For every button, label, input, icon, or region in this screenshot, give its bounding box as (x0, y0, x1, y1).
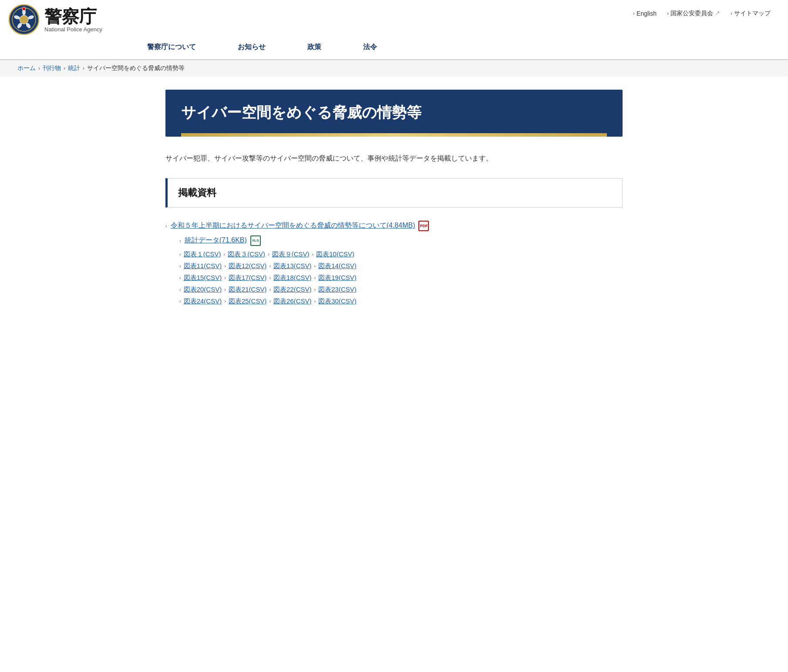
section-box: 掲載資料 (165, 178, 623, 208)
chevron-icon: › (314, 287, 316, 292)
page-title-banner: サイバー空間をめぐる脅威の情勢等 (165, 90, 623, 137)
csv-link-fig9[interactable]: 図表９(CSV) (272, 250, 310, 259)
top-links: › English › 国家公安委員会 ↗ › サイトマップ (633, 10, 771, 17)
csv-link-fig23[interactable]: 図表23(CSV) (318, 286, 357, 294)
page-title: サイバー空間をめぐる脅威の情勢等 (181, 103, 607, 123)
main-content: サイバー空間をめぐる脅威の情勢等 サイバー犯罪、サイバー攻撃等のサイバー空間の脅… (148, 77, 640, 322)
logo-text: 警察庁 National Police Agency (44, 7, 102, 33)
breadcrumb: ホーム › 刊行物 › 統計 › サイバー空間をめぐる脅威の情勢等 (0, 60, 788, 77)
svg-point-8 (21, 17, 27, 22)
breadcrumb-separator: › (83, 65, 84, 71)
file-list: › 令和５年上半期におけるサイバー空間をめぐる脅威の情勢等について(4.84MB… (165, 221, 623, 306)
xlsx-icon: XLS (250, 235, 261, 246)
chevron-icon: › (269, 275, 271, 280)
breadcrumb-current: サイバー空間をめぐる脅威の情勢等 (87, 64, 185, 72)
breadcrumb-separator: › (64, 65, 65, 71)
site-subtitle: National Police Agency (44, 26, 102, 33)
chevron-icon: › (312, 252, 314, 257)
chevron-icon: › (179, 238, 181, 243)
stats-file-item: › 統計データ(71.6KB) XLS (179, 235, 623, 246)
csv-link-fig15[interactable]: 図表15(CSV) (184, 274, 222, 282)
csv-link-fig11[interactable]: 図表11(CSV) (184, 262, 222, 270)
breadcrumb-publications[interactable]: 刊行物 (43, 64, 61, 72)
stats-xlsx-link[interactable]: 統計データ(71.6KB) (185, 236, 247, 245)
chevron-icon: › (314, 263, 316, 269)
chevron-icon: › (633, 10, 635, 17)
csv-link-fig12[interactable]: 図表12(CSV) (229, 262, 267, 270)
chevron-icon: › (165, 223, 167, 228)
csv-link-fig14[interactable]: 図表14(CSV) (318, 262, 357, 270)
breadcrumb-separator: › (38, 65, 40, 71)
csv-row-2: › 図表15(CSV) › 図表17(CSV) › 図表18(CSV) › 図表… (179, 274, 623, 282)
chevron-icon: › (179, 275, 181, 280)
csv-link-fig10[interactable]: 図表10(CSV) (316, 250, 354, 259)
csv-link-fig24[interactable]: 図表24(CSV) (184, 297, 222, 306)
breadcrumb-home[interactable]: ホーム (17, 64, 36, 72)
chevron-icon: › (179, 252, 181, 257)
csv-link-fig22[interactable]: 図表22(CSV) (273, 286, 312, 294)
csv-link-fig3[interactable]: 図表３(CSV) (228, 250, 265, 259)
nav-policy[interactable]: 政策 (286, 35, 342, 59)
main-nav: 警察庁について お知らせ 政策 法令 (0, 35, 788, 60)
main-navigation: 警察庁について お知らせ 政策 法令 (100, 35, 788, 59)
header-top: 警察庁 National Police Agency › English › 国… (0, 0, 788, 35)
chevron-icon: › (314, 299, 316, 304)
csv-link-fig19[interactable]: 図表19(CSV) (318, 274, 357, 282)
main-pdf-link[interactable]: 令和５年上半期におけるサイバー空間をめぐる脅威の情勢等について(4.84MB) (171, 221, 415, 230)
logo-area: 警察庁 National Police Agency (9, 4, 102, 35)
banner-stripe (181, 133, 607, 137)
csv-link-fig13[interactable]: 図表13(CSV) (273, 262, 312, 270)
chevron-icon: › (224, 252, 226, 257)
csv-row-1: › 図表11(CSV) › 図表12(CSV) › 図表13(CSV) › 図表… (179, 262, 623, 270)
breadcrumb-stats[interactable]: 統計 (68, 64, 80, 72)
csv-link-fig21[interactable]: 図表21(CSV) (229, 286, 267, 294)
chevron-icon: › (224, 299, 226, 304)
chevron-icon: › (667, 10, 669, 17)
chevron-icon: › (314, 275, 316, 280)
chevron-icon: › (268, 252, 269, 257)
csv-link-fig20[interactable]: 図表20(CSV) (184, 286, 222, 294)
csv-link-fig30[interactable]: 図表30(CSV) (318, 297, 357, 306)
section-title: 掲載資料 (178, 186, 612, 199)
chevron-icon: › (224, 263, 226, 269)
site-title: 警察庁 (44, 7, 102, 26)
npa-logo-badge (9, 4, 39, 35)
csv-link-fig17[interactable]: 図表17(CSV) (229, 274, 267, 282)
nav-about[interactable]: 警察庁について (126, 35, 217, 59)
chevron-icon: › (179, 287, 181, 292)
page-description: サイバー犯罪、サイバー攻撃等のサイバー空間の脅威について、事例や統計等データを掲… (165, 152, 623, 165)
pdf-icon: PDF (418, 221, 429, 231)
chevron-icon: › (269, 263, 271, 269)
csv-row-0: › 図表１(CSV) › 図表３(CSV) › 図表９(CSV) › 図表10(… (179, 250, 623, 259)
csv-link-fig1[interactable]: 図表１(CSV) (184, 250, 221, 259)
csv-row-3: › 図表20(CSV) › 図表21(CSV) › 図表22(CSV) › 図表… (179, 286, 623, 294)
chevron-icon: › (224, 287, 226, 292)
external-link-icon: ↗ (715, 10, 720, 17)
chevron-icon: › (179, 263, 181, 269)
english-link[interactable]: › English (633, 10, 657, 17)
chevron-icon: › (269, 299, 271, 304)
chevron-icon: › (224, 275, 226, 280)
chevron-icon: › (179, 299, 181, 304)
nav-news[interactable]: お知らせ (217, 35, 286, 59)
csv-row-4: › 図表24(CSV) › 図表25(CSV) › 図表26(CSV) › 図表… (179, 297, 623, 306)
svg-point-9 (22, 7, 26, 10)
csv-link-fig26[interactable]: 図表26(CSV) (273, 297, 312, 306)
main-file-item: › 令和５年上半期におけるサイバー空間をめぐる脅威の情勢等について(4.84MB… (165, 221, 623, 231)
chevron-icon: › (731, 10, 732, 17)
chevron-icon: › (269, 287, 271, 292)
sitemap-link[interactable]: › サイトマップ (731, 10, 771, 17)
nav-law[interactable]: 法令 (342, 35, 398, 59)
csv-link-fig25[interactable]: 図表25(CSV) (229, 297, 267, 306)
npa-committee-link[interactable]: › 国家公安委員会 ↗ (667, 10, 720, 17)
csv-link-fig18[interactable]: 図表18(CSV) (273, 274, 312, 282)
